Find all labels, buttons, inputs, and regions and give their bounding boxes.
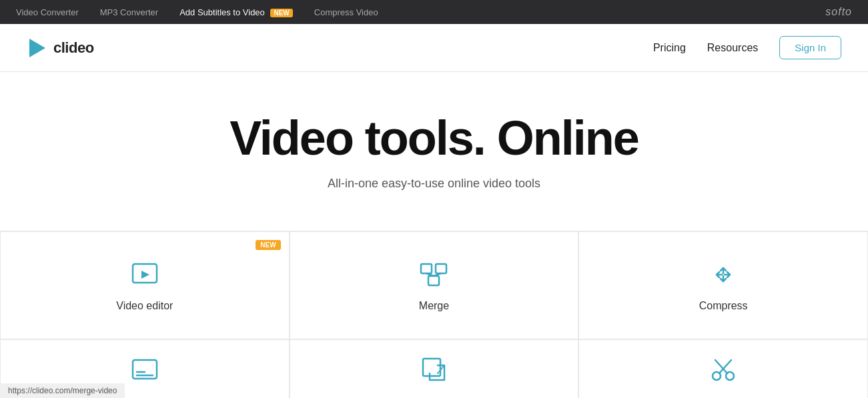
sign-in-button[interactable]: Sign In — [779, 36, 841, 59]
hero-title: Video tools. Online — [13, 112, 855, 165]
hero-subtitle: All-in-one easy-to-use online video tool… — [13, 177, 855, 191]
pricing-link[interactable]: Pricing — [653, 42, 686, 54]
svg-rect-4 — [436, 264, 446, 273]
hero-section: Video tools. Online All-in-one easy-to-u… — [0, 72, 868, 217]
merge-label: Merge — [419, 300, 449, 312]
video-editor-new-badge: NEW — [256, 240, 280, 250]
merge-icon — [418, 259, 450, 291]
tool-card-resize[interactable] — [290, 339, 579, 398]
video-editor-icon — [129, 259, 161, 291]
svg-marker-0 — [29, 39, 45, 57]
tools-grid: NEW Video editor Merge Com — [0, 231, 868, 398]
video-editor-label: Video editor — [116, 300, 173, 312]
top-announcement-bar: Video Converter MP3 Converter Add Subtit… — [0, 0, 868, 24]
status-bar: https://clideo.com/merge-video — [0, 383, 125, 398]
scissors-icon — [707, 353, 739, 385]
top-bar-add-subtitles[interactable]: Add Subtitles to Video NEW — [179, 7, 293, 17]
new-badge: NEW — [270, 9, 292, 17]
clideo-logo-link[interactable]: clideo — [27, 37, 94, 59]
nav-right-section: Pricing Resources Sign In — [653, 36, 841, 59]
status-url: https://clideo.com/merge-video — [8, 386, 117, 395]
svg-marker-2 — [141, 271, 149, 279]
svg-rect-5 — [428, 276, 439, 285]
compress-label: Compress — [699, 300, 748, 312]
compress-icon — [707, 259, 739, 291]
tool-card-video-editor[interactable]: NEW Video editor — [0, 231, 290, 339]
subtitle-icon — [129, 353, 161, 385]
top-bar-video-converter[interactable]: Video Converter — [16, 7, 79, 17]
resources-link[interactable]: Resources — [707, 42, 758, 54]
main-navigation: clideo Pricing Resources Sign In — [0, 24, 868, 72]
resize-icon — [418, 353, 450, 385]
top-bar-compress-video[interactable]: Compress Video — [314, 7, 378, 17]
tool-card-compress[interactable]: Compress — [578, 231, 868, 339]
top-bar-mp3-converter[interactable]: MP3 Converter — [100, 7, 158, 17]
tool-card-cut[interactable] — [578, 339, 868, 398]
softo-logo: softo — [825, 6, 852, 18]
clideo-logo-text: clideo — [53, 39, 94, 57]
tool-card-merge[interactable]: Merge — [290, 231, 579, 339]
svg-rect-3 — [421, 264, 432, 273]
clideo-play-icon — [27, 37, 48, 59]
